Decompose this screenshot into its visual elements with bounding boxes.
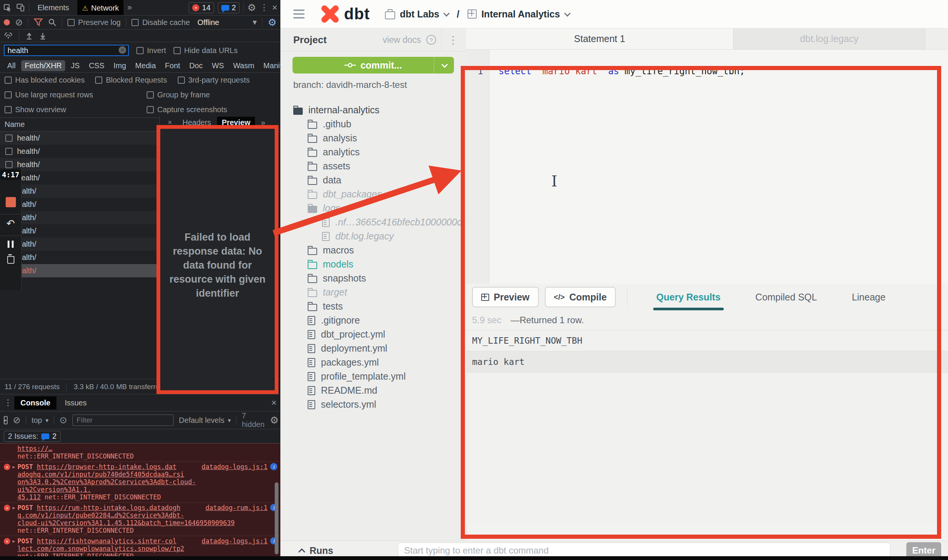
- request-url-link[interactable]: https://browser-http-intake.logs.dat: [37, 463, 176, 471]
- blocked-requests-checkbox[interactable]: Blocked Requests: [95, 76, 167, 84]
- request-url-link[interactable]: https://…: [17, 445, 52, 452]
- commit-dropdown-caret[interactable]: [434, 57, 454, 74]
- live-expression-icon[interactable]: ▸: [4, 416, 8, 424]
- network-request-row[interactable]: health/: [0, 158, 159, 171]
- tab-issues[interactable]: Issues: [59, 396, 93, 410]
- capture-screenshots-checkbox[interactable]: Capture screenshots: [147, 105, 280, 114]
- close-drawer-icon[interactable]: ×: [271, 397, 277, 408]
- hide-data-urls-checkbox[interactable]: Hide data URLs: [174, 46, 238, 55]
- expand-triangle-icon[interactable]: ▶: [13, 463, 15, 471]
- filter-pill-js[interactable]: JS: [67, 60, 83, 71]
- file-tree-item-profile-template-yml[interactable]: profile_template.yml: [280, 369, 466, 383]
- file-tree-item-assets[interactable]: assets: [280, 159, 466, 173]
- file-tree-item-tests[interactable]: tests: [280, 299, 466, 313]
- console-error-source-link[interactable]: datadog-logs.js:1: [202, 537, 268, 545]
- console-error-entry[interactable]: ×▶datadog-rum.js:1iPOST https://rum-http…: [0, 502, 280, 536]
- import-har-icon[interactable]: [25, 31, 33, 40]
- network-request-row[interactable]: alth/: [0, 238, 159, 251]
- results-tab-compiled-sql[interactable]: Compiled SQL: [756, 284, 817, 310]
- results-tab-lineage[interactable]: Lineage: [852, 284, 885, 310]
- filter-pill-img[interactable]: Img: [110, 60, 130, 71]
- request-url-link[interactable]: 45.112: [17, 493, 41, 501]
- results-value-row[interactable]: mario kart: [466, 351, 948, 373]
- error-count-badge[interactable]: × 14: [189, 2, 214, 13]
- file-tree-item-github[interactable]: .github: [280, 117, 466, 131]
- throttling-caret-icon[interactable]: ▾: [253, 17, 257, 27]
- results-tab-query-results[interactable]: Query Results: [656, 284, 721, 310]
- file-tree-item-logs[interactable]: logs: [280, 201, 466, 215]
- name-column-header[interactable]: Name: [5, 120, 25, 129]
- request-url-link[interactable]: lect.com/com.snowplowanalytics.snowplow/…: [17, 545, 184, 552]
- file-tree-item-readme-md[interactable]: README.md: [280, 383, 466, 397]
- compile-button[interactable]: </> Compile: [545, 287, 616, 307]
- log-levels-selector[interactable]: Default levels ▾: [179, 416, 231, 425]
- console-error-entry[interactable]: https://…net::ERR_INTERNET_DISCONNECTED: [0, 443, 280, 461]
- network-settings-gear-icon[interactable]: ⚙: [268, 17, 277, 28]
- request-url-link[interactable]: on%3A3.0.2%2Cenv%3Aprod%2Cservice%3Adbt-…: [17, 478, 196, 493]
- request-url-link[interactable]: https://fishtownanalytics.sinter-col: [37, 537, 176, 545]
- file-tree-item-internal-analytics[interactable]: internal-analytics: [280, 103, 466, 117]
- drawer-kebab-icon[interactable]: ⋮: [4, 398, 12, 408]
- more-tabs-icon[interactable]: »: [127, 3, 132, 13]
- expand-triangle-icon[interactable]: ▶: [13, 504, 15, 512]
- network-request-row[interactable]: health/: [0, 145, 159, 158]
- filter-pill-all[interactable]: All: [4, 60, 19, 71]
- clear-console-icon[interactable]: ⊘: [13, 415, 20, 425]
- clear-filter-icon[interactable]: ×: [119, 46, 126, 54]
- console-error-source-link[interactable]: datadog-logs.js:1: [202, 463, 268, 471]
- expand-triangle-icon[interactable]: ▶: [13, 538, 15, 545]
- file-tree-item-dbt-project-yml[interactable]: dbt_project.yml: [280, 327, 466, 341]
- file-tree-item-analytics[interactable]: analytics: [280, 145, 466, 159]
- 3rd-party-requests-checkbox[interactable]: 3rd-party requests: [178, 76, 250, 84]
- inspect-element-icon[interactable]: [3, 3, 12, 12]
- project-kebab-icon[interactable]: ⋮: [441, 28, 458, 51]
- network-request-row[interactable]: alth/: [0, 251, 159, 264]
- eye-icon[interactable]: ⊙: [59, 415, 67, 425]
- console-error-source-link[interactable]: datadog-rum.js:1: [205, 504, 268, 512]
- tab-console[interactable]: Console: [14, 396, 56, 410]
- request-url-link[interactable]: cloud-ui%2Cversion%3A1.1.45.112&batch_ti…: [17, 519, 235, 527]
- file-tree-item-models[interactable]: models: [280, 257, 466, 271]
- file-tree-item-dbt-packages[interactable]: dbt_packages: [280, 187, 466, 201]
- show-overview-checkbox[interactable]: Show overview: [5, 105, 147, 114]
- editor-tab-dbt-log-legacy[interactable]: dbt.log.legacy: [733, 28, 925, 49]
- group-by-frame-checkbox[interactable]: Group by frame: [147, 91, 280, 99]
- file-tree-item-analysis[interactable]: analysis: [280, 131, 466, 145]
- file-tree-item-snapshots[interactable]: snapshots: [280, 271, 466, 285]
- file-tree-item-data[interactable]: data: [280, 173, 466, 187]
- file-tree-item-deployment-yml[interactable]: deployment.yml: [280, 341, 466, 355]
- editor-tab-statement-1[interactable]: Statement 1: [466, 28, 733, 49]
- request-url-link[interactable]: https://rum-http-intake.logs.datadogh: [37, 504, 180, 512]
- network-filter-input[interactable]: [4, 45, 129, 56]
- network-request-row[interactable]: alth/: [0, 185, 159, 198]
- network-request-row[interactable]: health/: [0, 171, 159, 185]
- file-tree-item-nf-3665c416bfecb1000000cf[interactable]: .nf…3665c416bfecb1000000cf: [280, 215, 466, 229]
- console-scrollbar[interactable]: [275, 482, 278, 554]
- network-request-row[interactable]: health/: [0, 131, 159, 145]
- search-icon[interactable]: [48, 18, 56, 27]
- export-har-icon[interactable]: [39, 31, 47, 40]
- record-icon[interactable]: [4, 19, 10, 25]
- kebab-menu-icon[interactable]: ⋮: [260, 3, 268, 13]
- view-docs-link[interactable]: view docs: [383, 35, 421, 45]
- throttling-select[interactable]: Offline: [197, 18, 219, 27]
- commit-button[interactable]: commit...: [293, 57, 454, 74]
- hamburger-menu-icon[interactable]: [293, 9, 305, 19]
- tab-elements[interactable]: Elements: [33, 2, 74, 14]
- preview-button[interactable]: Preview: [472, 287, 539, 307]
- request-url-link[interactable]: q.com/v1/input/pube02284…d%2Cservice%3Ad…: [17, 512, 184, 519]
- help-icon[interactable]: ?: [426, 35, 436, 45]
- network-request-row[interactable]: alth/: [0, 198, 159, 211]
- pause-icon[interactable]: [0, 236, 21, 248]
- project-switcher[interactable]: Internal Analytics: [468, 9, 569, 20]
- close-devtools-icon[interactable]: ×: [272, 2, 277, 13]
- request-url-link[interactable]: adoghq.com/v1/input/pub740de5f405dcdaa9……: [17, 471, 184, 478]
- file-tree-item-dbt-log-legacy[interactable]: dbt.log.legacy: [280, 229, 466, 243]
- filter-pill-fetch-xhr[interactable]: Fetch/XHR: [21, 60, 65, 71]
- context-selector[interactable]: top ▾: [31, 416, 48, 425]
- settings-gear-icon[interactable]: ⚙: [247, 2, 256, 14]
- clear-icon[interactable]: ⊘: [15, 17, 23, 28]
- file-tree-item-gitignore[interactable]: .gitignore: [280, 313, 466, 327]
- console-error-entry[interactable]: ×▶datadog-logs.js:1iPOST https://browser…: [0, 461, 280, 502]
- tab-network[interactable]: ⚠ Network: [77, 0, 124, 15]
